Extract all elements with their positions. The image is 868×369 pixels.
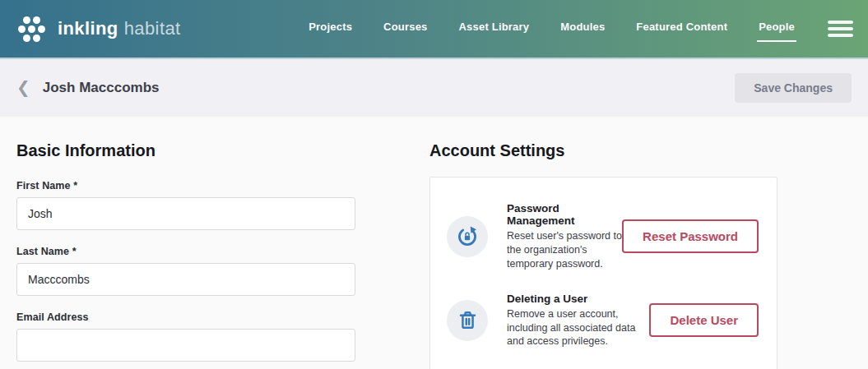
top-navbar: inklinghabitat Projects Courses Asset Li…	[0, 0, 868, 59]
first-name-field[interactable]	[16, 197, 355, 230]
first-name-group: First Name *	[16, 180, 355, 230]
account-settings-title: Account Settings	[429, 141, 777, 160]
first-name-label: First Name *	[16, 180, 355, 191]
last-name-group: Last Name *	[16, 246, 355, 296]
inkling-dots-logo-icon	[16, 14, 47, 44]
main-content: Basic Information First Name * Last Name…	[0, 117, 868, 369]
brand-name-primary: inkling	[58, 18, 118, 39]
account-settings-card: Password Management Reset user's passwor…	[429, 177, 777, 369]
basic-information-section: Basic Information First Name * Last Name…	[16, 141, 355, 369]
basic-information-title: Basic Information	[16, 141, 355, 160]
delete-user-title: Deleting a User	[507, 293, 640, 305]
page-title: Josh Macccombs	[43, 80, 160, 96]
delete-user-row: Deleting a User Remove a user account, i…	[447, 293, 759, 349]
nav-item-courses[interactable]: Courses	[382, 16, 429, 42]
reset-password-icon	[447, 216, 488, 257]
nav-item-asset-library[interactable]: Asset Library	[457, 16, 531, 42]
back-chevron-icon[interactable]: ❮	[16, 79, 30, 95]
email-label: Email Address	[16, 311, 355, 323]
delete-user-description: Remove a user account, including all ass…	[507, 307, 640, 349]
breadcrumb-bar: ❮ Josh Macccombs Save Changes	[0, 59, 868, 117]
password-management-text: Password Management Reset user's passwor…	[507, 202, 622, 271]
password-management-title: Password Management	[507, 202, 622, 227]
save-changes-button[interactable]: Save Changes	[735, 73, 852, 103]
delete-user-button[interactable]: Delete User	[649, 303, 759, 337]
reset-password-button[interactable]: Reset Password	[622, 219, 759, 253]
nav-item-featured-content[interactable]: Featured Content	[634, 16, 729, 42]
main-nav: Projects Courses Asset Library Modules F…	[307, 16, 796, 42]
brand-name: inklinghabitat	[58, 18, 181, 39]
last-name-field[interactable]	[16, 263, 355, 296]
email-field[interactable]	[16, 329, 355, 362]
brand-name-secondary: habitat	[124, 18, 181, 39]
last-name-label: Last Name *	[16, 246, 355, 257]
password-management-description: Reset user's password to the organizatio…	[507, 229, 622, 271]
nav-item-modules[interactable]: Modules	[559, 16, 606, 42]
delete-user-text: Deleting a User Remove a user account, i…	[507, 293, 640, 349]
hamburger-menu-icon[interactable]	[828, 17, 853, 40]
account-settings-section: Account Settings Password Management Res…	[429, 141, 777, 369]
nav-item-people[interactable]: People	[757, 16, 796, 42]
nav-item-projects[interactable]: Projects	[307, 16, 354, 42]
brand-logo[interactable]: inklinghabitat	[16, 14, 181, 44]
password-management-row: Password Management Reset user's passwor…	[447, 202, 759, 271]
email-group: Email Address	[16, 311, 355, 362]
trash-icon	[447, 300, 488, 341]
